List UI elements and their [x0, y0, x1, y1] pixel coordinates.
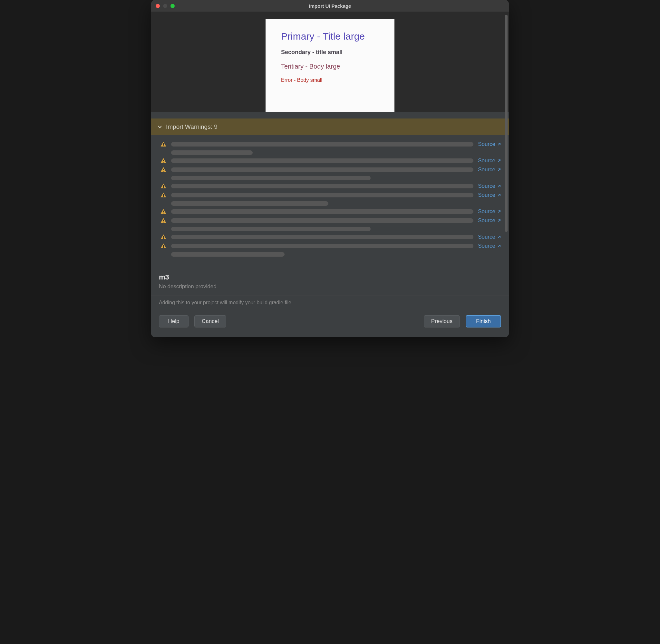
warning-message [171, 183, 474, 188]
redacted-text [171, 193, 474, 198]
svg-rect-17 [163, 247, 164, 248]
source-link-label: Source [478, 141, 495, 147]
scrollbar-thumb[interactable] [505, 15, 508, 232]
external-link-icon [497, 209, 501, 214]
warning-row: Source [160, 208, 501, 215]
warning-source-link[interactable]: Source [478, 208, 501, 215]
zoom-window-icon[interactable] [171, 4, 175, 8]
warnings-list: SourceSourceSourceSourceSourceSourceSour… [151, 135, 509, 260]
help-button[interactable]: Help [159, 315, 189, 327]
warning-message [171, 158, 474, 163]
warning-message [171, 208, 474, 214]
warning-source-link[interactable]: Source [478, 234, 501, 240]
redacted-text [171, 235, 474, 239]
source-link-label: Source [478, 208, 495, 215]
chevron-down-icon [158, 124, 162, 129]
source-link-label: Source [478, 192, 495, 198]
svg-rect-2 [163, 160, 164, 161]
preview-body-small: Error - Body small [281, 77, 379, 83]
warning-source-link[interactable]: Source [478, 166, 501, 173]
redacted-text [171, 201, 328, 206]
warning-source-link[interactable]: Source [478, 217, 501, 224]
svg-rect-6 [163, 185, 164, 187]
package-name: m3 [159, 273, 501, 281]
svg-rect-4 [163, 169, 164, 170]
source-link-label: Source [478, 234, 495, 240]
warning-icon [160, 243, 167, 249]
warning-source-link[interactable]: Source [478, 192, 501, 198]
svg-rect-1 [163, 145, 164, 146]
external-link-icon [497, 192, 501, 198]
warning-row: Source [160, 141, 501, 155]
close-window-icon[interactable] [156, 4, 160, 8]
dialog-footer: Adding this to your project will modify … [151, 296, 509, 337]
warning-row: Source [160, 166, 501, 180]
source-link-label: Source [478, 217, 495, 224]
warning-row: Source [160, 183, 501, 189]
source-link-label: Source [478, 166, 495, 173]
import-ui-package-dialog: Import UI Package Primary - Title large … [151, 0, 509, 337]
package-description: No description provided [159, 283, 501, 290]
cancel-button[interactable]: Cancel [194, 315, 226, 327]
import-warnings-header[interactable]: Import Warnings: 9 [151, 118, 509, 135]
svg-rect-14 [163, 236, 164, 238]
source-link-label: Source [478, 183, 495, 189]
window-title: Import UI Package [151, 3, 509, 9]
svg-rect-13 [163, 222, 164, 223]
redacted-text [171, 158, 474, 163]
preview-title-large: Primary - Title large [281, 31, 379, 42]
minimize-window-icon [163, 4, 167, 8]
import-warnings-label: Import Warnings: 9 [166, 123, 218, 131]
warning-row: Source [160, 217, 501, 231]
warning-message [171, 166, 474, 180]
finish-button[interactable]: Finish [466, 315, 501, 327]
warning-icon [160, 166, 167, 173]
footer-note: Adding this to your project will modify … [159, 300, 501, 305]
preview-body-large: Teritiary - Body large [281, 63, 379, 70]
redacted-text [171, 151, 252, 155]
warning-message [171, 234, 474, 239]
warning-source-link[interactable]: Source [478, 243, 501, 249]
warning-source-link[interactable]: Source [478, 141, 501, 147]
redacted-text [171, 227, 371, 231]
external-link-icon [497, 244, 501, 249]
external-link-icon [497, 167, 501, 172]
warning-row: Source [160, 192, 501, 206]
warning-row: Source [160, 158, 501, 164]
redacted-text [171, 218, 474, 223]
external-link-icon [497, 184, 501, 189]
svg-rect-11 [163, 213, 164, 213]
warning-source-link[interactable]: Source [478, 183, 501, 189]
external-link-icon [497, 142, 501, 147]
redacted-text [171, 244, 474, 248]
svg-rect-7 [163, 187, 164, 188]
external-link-icon [497, 158, 501, 164]
redacted-text [171, 184, 474, 188]
preview-card: Primary - Title large Secondary - title … [266, 19, 394, 112]
redacted-text [171, 176, 371, 180]
warning-icon [160, 208, 167, 215]
source-link-label: Source [478, 158, 495, 164]
previous-button[interactable]: Previous [424, 315, 460, 327]
warning-row: Source [160, 234, 501, 240]
redacted-text [171, 142, 474, 146]
scrollbar[interactable] [505, 15, 508, 334]
external-link-icon [497, 218, 501, 224]
window-controls [156, 4, 175, 8]
titlebar: Import UI Package [151, 0, 509, 12]
redacted-text [171, 209, 474, 214]
warning-message [171, 141, 474, 155]
warning-icon [160, 217, 167, 224]
warning-source-link[interactable]: Source [478, 158, 501, 164]
preview-title-small: Secondary - title small [281, 49, 379, 56]
svg-rect-15 [163, 238, 164, 239]
redacted-text [171, 252, 285, 257]
warning-message [171, 217, 474, 231]
svg-rect-10 [163, 211, 164, 212]
svg-rect-8 [163, 194, 164, 196]
svg-rect-12 [163, 220, 164, 221]
warning-message [171, 192, 474, 206]
svg-rect-0 [163, 143, 164, 145]
redacted-text [171, 167, 474, 172]
warning-icon [160, 141, 167, 147]
